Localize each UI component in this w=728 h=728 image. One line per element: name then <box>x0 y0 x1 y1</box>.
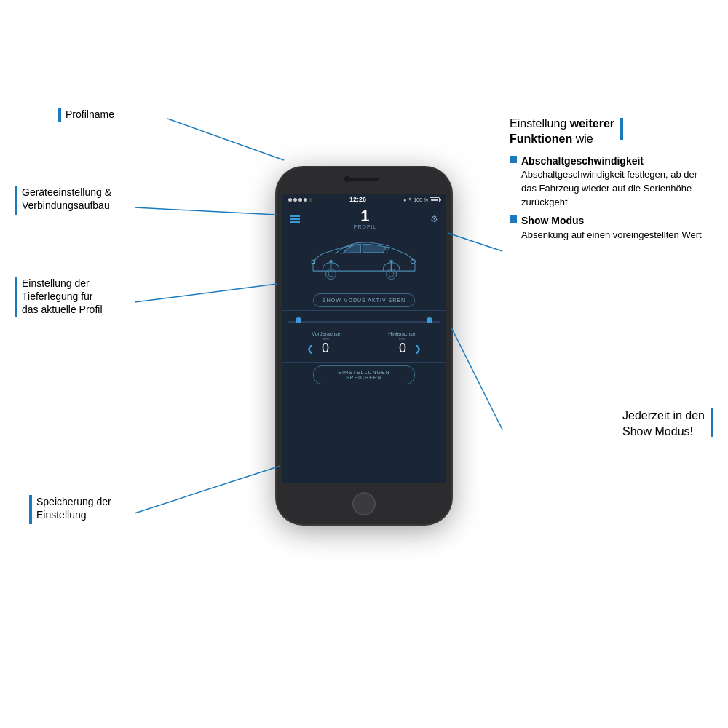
menu-line <box>290 215 300 217</box>
signal-dot <box>304 198 307 202</box>
annotation-jederzeit: Jederzeit in den Show Modus! <box>622 408 713 440</box>
menu-icon[interactable] <box>290 215 300 223</box>
slider-dot-right[interactable] <box>427 317 432 323</box>
slider-area[interactable] <box>282 314 446 330</box>
phone-speaker <box>349 178 379 181</box>
vorderachse-control: Vorderachse mm ❮ 0 <box>306 331 346 356</box>
profile-label: PROFIL <box>354 224 376 229</box>
svg-line-8 <box>387 247 389 253</box>
showmodus-text: Absenkung auf einen voreingestellten Wer… <box>521 229 702 240</box>
divider-bottom <box>282 362 446 363</box>
annotation-geraete: Geräteeinstellung & Verbindungsaufbau <box>15 186 111 215</box>
phone-camera <box>344 176 350 182</box>
further-wie-text: wie <box>572 132 593 145</box>
blue-square-icon <box>510 156 517 163</box>
svg-line-1 <box>135 207 277 215</box>
vorderachse-value: 0 <box>318 341 333 356</box>
blue-bar-icon <box>15 277 17 317</box>
slider-track[interactable] <box>288 321 440 323</box>
vorderachse-row: ❮ 0 <box>306 341 346 356</box>
bluetooth-icon: ✦ <box>408 197 412 202</box>
annotation-speicherung: Speicherung der Einstellung <box>29 495 111 524</box>
signal-dot <box>293 198 297 202</box>
tieferlegung-line1: Einstellung der <box>22 277 103 290</box>
svg-line-0 <box>167 119 284 160</box>
hinterachse-row: 0 ❯ <box>382 341 422 356</box>
hinterachse-value: 0 <box>395 341 410 356</box>
divider-top <box>282 310 446 311</box>
signal-dot <box>298 198 302 202</box>
battery-icon <box>430 197 440 202</box>
car-image <box>298 236 430 287</box>
home-button[interactable] <box>352 492 376 515</box>
show-modus-button[interactable]: SHOW MODUS AKTIVIEREN <box>313 293 415 307</box>
blue-bar-right-icon <box>620 118 623 140</box>
svg-line-4 <box>448 233 502 251</box>
app-header: 1 PROFIL ⚙ <box>282 205 446 232</box>
annotation-further: Einstellung weitererFunktionen wie Absch… <box>510 116 713 242</box>
abschalt-text: Abschaltgeschwindigkeit festlegen, ab de… <box>521 169 697 207</box>
speicherung-line2: Einstellung <box>36 508 111 521</box>
profilname-text: Profilname <box>66 108 114 120</box>
blue-bar-icon <box>58 108 61 122</box>
svg-line-5 <box>451 328 502 430</box>
blue-bar-icon <box>29 495 32 524</box>
blue-bar-right2-icon <box>711 408 713 437</box>
axle-controls: Vorderachse mm ❮ 0 Hinterachse mm 0 ❯ <box>282 330 446 359</box>
slider-dot-left[interactable] <box>296 317 301 323</box>
vorderachse-label: Vorderachse <box>306 331 346 336</box>
status-icons: ● ✦ 100 % <box>403 197 440 202</box>
status-time: 12:26 <box>349 196 366 203</box>
annotation-tieferlegung: Einstellung der Tieferlegung für das akt… <box>15 277 103 317</box>
battery-text: 100 % <box>414 197 428 202</box>
svg-point-12 <box>390 260 393 263</box>
blue-bar-icon <box>15 186 17 215</box>
wifi-icon: ● <box>403 197 406 202</box>
svg-point-16 <box>389 272 394 277</box>
car-display-area <box>282 232 446 290</box>
phone-screen: 12:26 ● ✦ 100 % 1 PROFIL ⚙ <box>282 194 446 483</box>
tieferlegung-line2: Tieferlegung für <box>22 290 103 303</box>
blue-square-icon2 <box>510 215 517 223</box>
signal-dots <box>288 198 312 202</box>
hinterachse-increase[interactable]: ❯ <box>414 344 422 354</box>
jederzeit-line1: Jederzeit in den <box>622 408 705 424</box>
abschalt-title: Abschaltgeschwindigkeit <box>521 155 644 167</box>
annotation-profilname: Profilname <box>58 108 114 122</box>
hinterachse-label: Hinterachse <box>382 331 422 336</box>
profile-number: 1 <box>360 208 369 224</box>
menu-line <box>290 218 300 220</box>
svg-line-3 <box>135 466 280 513</box>
settings-gear-icon[interactable]: ⚙ <box>430 214 438 224</box>
save-settings-button[interactable]: EINSTELLUNGEN SPEICHERN <box>313 365 415 384</box>
svg-point-14 <box>328 272 333 277</box>
phone-mockup: 12:26 ● ✦ 100 % 1 PROFIL ⚙ <box>277 167 451 524</box>
svg-line-2 <box>135 284 277 302</box>
signal-dot <box>288 198 292 202</box>
status-bar: 12:26 ● ✦ 100 % <box>282 194 446 205</box>
geraete-line2: Verbindungsaufbau <box>22 199 111 212</box>
svg-point-11 <box>330 260 333 263</box>
tieferlegung-line3: das aktuelle Profil <box>22 303 103 316</box>
vorderachse-decrease[interactable]: ❮ <box>306 344 314 354</box>
hinterachse-control: Hinterachse mm 0 ❯ <box>382 331 422 356</box>
speicherung-line1: Speicherung der <box>36 495 111 508</box>
menu-line <box>290 221 300 223</box>
further-intro-text: Einstellung <box>510 117 570 130</box>
geraete-line1: Geräteeinstellung & <box>22 186 111 199</box>
showmodus-title: Show Modus <box>521 215 584 226</box>
jederzeit-line2: Show Modus! <box>622 424 705 440</box>
signal-dot <box>309 198 312 202</box>
